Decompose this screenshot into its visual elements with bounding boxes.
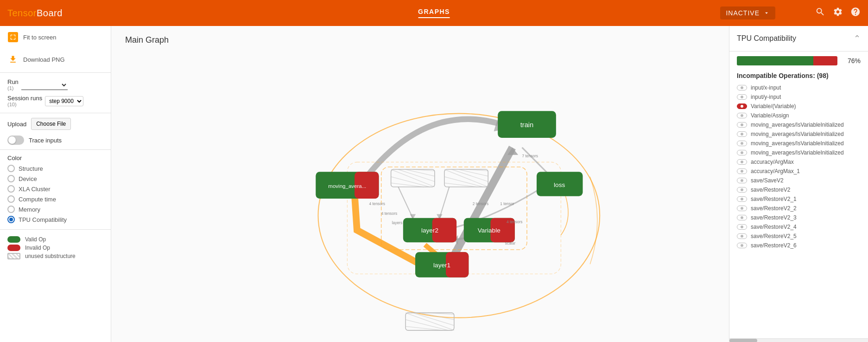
- panel-close-button[interactable]: ⌃: [854, 33, 861, 44]
- svg-text:layer2: layer2: [421, 227, 438, 234]
- divider-4: [0, 229, 111, 230]
- op-eye-icon: [737, 224, 747, 230]
- color-option-xla-cluster[interactable]: XLA Cluster: [7, 184, 103, 194]
- graph-svg: train loss moving_avera... layer2 Variab…: [111, 26, 729, 342]
- op-eye-icon: [737, 159, 747, 165]
- fit-to-screen-button[interactable]: Fit to screen: [0, 26, 111, 48]
- color-option-structure[interactable]: Structure: [7, 163, 103, 174]
- compat-green-bar: [737, 56, 813, 65]
- svg-text:4 tensors: 4 tensors: [369, 201, 385, 206]
- op-item[interactable]: Variable/Assign: [729, 111, 868, 120]
- op-item[interactable]: save/RestoreV2_2: [729, 204, 868, 213]
- trace-section: Trace inputs: [0, 133, 111, 148]
- fit-screen-icon: [7, 32, 19, 43]
- op-item[interactable]: Variable/(Variable): [729, 102, 868, 111]
- graphs-tab[interactable]: GRAPHS: [418, 8, 450, 18]
- panel-scrollbar[interactable]: [729, 338, 868, 342]
- op-item[interactable]: moving_averages/IsVariableInitialized: [729, 139, 868, 148]
- step-select[interactable]: step 9000: [45, 96, 83, 106]
- svg-text:train: train: [520, 121, 534, 129]
- unused-substructure-icon: [7, 253, 20, 259]
- search-icon[interactable]: [815, 7, 825, 19]
- op-name-label: input/x-input: [751, 84, 781, 91]
- op-item[interactable]: save/RestoreV2_1: [729, 194, 868, 204]
- op-eye-icon: [737, 94, 747, 100]
- op-item[interactable]: save/SaveV2: [729, 176, 868, 185]
- op-eye-icon: [737, 233, 747, 239]
- op-item[interactable]: save/RestoreV2_3: [729, 213, 868, 222]
- radio-label: XLA Cluster: [19, 186, 51, 193]
- color-option-device[interactable]: Device: [7, 174, 103, 184]
- color-option-compute-time[interactable]: Compute time: [7, 194, 103, 204]
- op-eye-icon: [737, 141, 747, 146]
- svg-text:7 tensors: 7 tensors: [522, 154, 538, 158]
- op-name-label: moving_averages/IsVariableInitialized: [751, 131, 844, 137]
- op-item[interactable]: input/x-input: [729, 83, 868, 92]
- op-eye-icon: [737, 122, 747, 128]
- op-eye-icon: [737, 85, 747, 90]
- radio-circle: [7, 195, 15, 203]
- op-item[interactable]: save/RestoreV2_4: [729, 222, 868, 232]
- app-logo: TensorBoard: [7, 8, 63, 19]
- op-item[interactable]: save/RestoreV2: [729, 185, 868, 194]
- run-select[interactable]: [21, 80, 68, 90]
- op-item[interactable]: input/y-input: [729, 92, 868, 102]
- op-name-label: save/RestoreV2_2: [751, 205, 797, 212]
- op-name-label: moving_averages/IsVariableInitialized: [751, 122, 844, 128]
- color-option-tpu-compatibility[interactable]: TPU Compatibility: [7, 214, 103, 225]
- svg-text:moving_avera...: moving_avera...: [328, 183, 366, 189]
- color-option-memory[interactable]: Memory: [7, 204, 103, 214]
- trace-label: Trace inputs: [29, 137, 62, 144]
- trace-toggle[interactable]: [7, 136, 24, 145]
- op-item[interactable]: save/RestoreV2_5: [729, 232, 868, 241]
- op-item[interactable]: accuracy/ArgMax_1: [729, 167, 868, 176]
- op-item[interactable]: moving_averages/IsVariableInitialized: [729, 129, 868, 139]
- radio-circle: [7, 175, 15, 182]
- svg-text:4 tensors: 4 tensors: [381, 211, 397, 216]
- sidebar: Fit to screen Download PNG Run (1) Sessi…: [0, 26, 111, 342]
- legend-invalid: Invalid Op: [7, 244, 103, 252]
- radio-circle: [7, 185, 15, 193]
- graph-title: Main Graph: [125, 35, 169, 45]
- fit-to-screen-label: Fit to screen: [23, 34, 57, 41]
- download-png-button[interactable]: Download PNG: [0, 48, 111, 71]
- unused-substructure-label: unused substructure: [25, 253, 76, 259]
- op-name-label: Variable/Assign: [751, 112, 789, 119]
- op-eye-icon: [737, 178, 747, 183]
- radio-label: Device: [19, 175, 37, 182]
- legend-unused: unused substructure: [7, 252, 103, 260]
- op-eye-icon: [737, 113, 747, 118]
- main-layout: Fit to screen Download PNG Run (1) Sessi…: [0, 26, 868, 342]
- graph-area[interactable]: Main Graph: [111, 26, 729, 342]
- op-name-label: save/RestoreV2_1: [751, 196, 797, 202]
- op-name-label: input/y-input: [751, 94, 781, 100]
- run-section: Run (1): [0, 75, 111, 93]
- run-count: (1): [7, 85, 19, 91]
- panel-header: TPU Compatibility ⌃: [729, 26, 868, 52]
- status-dropdown[interactable]: INACTIVE: [720, 6, 775, 19]
- op-item[interactable]: save/RestoreV2_6: [729, 241, 868, 250]
- settings-icon[interactable]: [833, 7, 843, 19]
- op-name-label: save/RestoreV2_4: [751, 224, 797, 230]
- upload-label: Upload: [7, 121, 26, 128]
- help-icon[interactable]: [850, 7, 861, 19]
- header-icons: [815, 7, 861, 19]
- choose-file-button[interactable]: Choose File: [31, 118, 71, 130]
- op-item[interactable]: moving_averages/IsVariableInitialized: [729, 120, 868, 129]
- divider-1: [0, 72, 111, 73]
- op-name-label: save/RestoreV2_3: [751, 214, 797, 221]
- op-eye-icon: [737, 206, 747, 211]
- svg-text:1 tensor: 1 tensor: [500, 201, 514, 206]
- download-icon: [7, 54, 19, 65]
- op-name-label: save/SaveV2: [751, 177, 784, 184]
- radio-label: Compute time: [19, 196, 56, 203]
- svg-text:layer1: layer1: [433, 262, 450, 269]
- legend-section: Valid Op Invalid Op unused substructure: [0, 232, 111, 264]
- divider-3: [0, 149, 111, 150]
- incompat-title: Incompatible Operations: (98): [729, 70, 868, 83]
- svg-text:2 tensors: 2 tensors: [473, 201, 488, 206]
- session-section: Session runs (10) step 9000: [0, 93, 111, 111]
- op-item[interactable]: accuracy/ArgMax: [729, 157, 868, 167]
- session-count: (10): [7, 102, 42, 107]
- op-item[interactable]: moving_averages/IsVariableInitialized: [729, 148, 868, 157]
